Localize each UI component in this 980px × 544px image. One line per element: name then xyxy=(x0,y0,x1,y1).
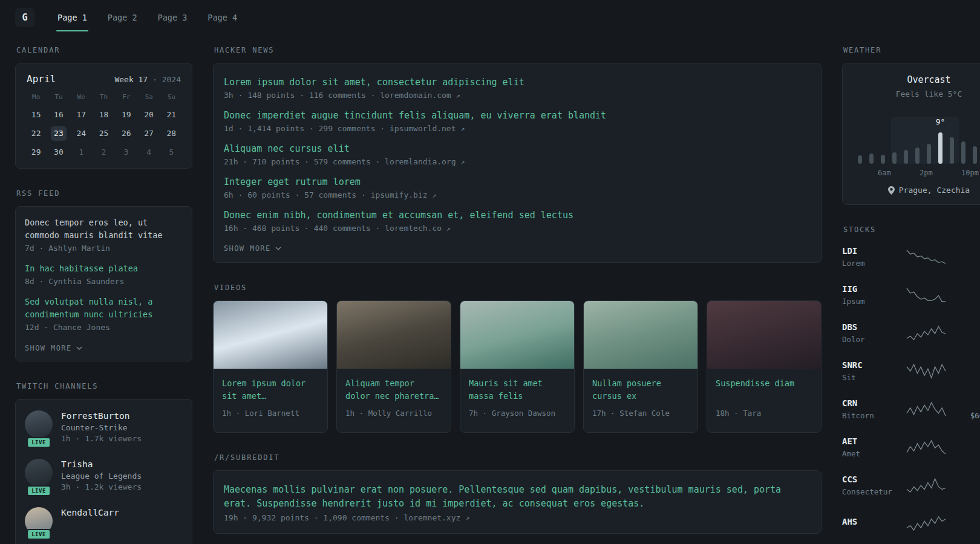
twitch-channel-name[interactable]: KendallCarr xyxy=(61,508,119,517)
video-card[interactable]: Aliquam tempor dolor nec pharetra… 1h · … xyxy=(336,300,451,433)
video-title[interactable]: Aliquam tempor dolor nec pharetra… xyxy=(345,377,442,403)
video-title[interactable]: Mauris sit amet massa felis xyxy=(469,377,566,403)
stock-symbol: IIG xyxy=(842,284,894,294)
calendar-day-today[interactable]: 23 xyxy=(51,126,67,141)
stock-row[interactable]: DBS Dolor +1.42% $156.28 xyxy=(842,319,980,347)
stock-row[interactable]: CRN Bitcorn -1.00% $66,171.48 xyxy=(842,395,980,423)
stock-symbol: AHS xyxy=(842,517,894,526)
calendar-day[interactable]: 22 xyxy=(25,126,47,141)
stock-row[interactable]: AET Amet +0.92% $499.72 xyxy=(842,433,980,461)
calendar-day[interactable]: 28 xyxy=(160,126,183,141)
hn-story-title[interactable]: Lorem ipsum dolor sit amet, consectetur … xyxy=(224,76,811,89)
hn-story-domain[interactable]: loremtech.co xyxy=(385,224,442,233)
rss-card: Donec tempor eros leo, ut commodo mauris… xyxy=(15,206,192,361)
video-title[interactable]: Nullam posuere cursus ex xyxy=(592,377,689,403)
avatar xyxy=(25,459,53,487)
nav-tab[interactable]: Page 3 xyxy=(151,4,195,31)
twitch-channel-row[interactable]: LIVE KendallCarr xyxy=(25,507,183,535)
nav-tab[interactable]: Page 4 xyxy=(200,4,244,31)
twitch-channel-name[interactable]: ForrestBurton xyxy=(61,411,142,421)
hn-story-domain[interactable]: ipsumworld.net xyxy=(390,124,456,133)
video-title[interactable]: Suspendisse diam xyxy=(716,377,812,403)
app-logo[interactable]: G xyxy=(15,8,34,27)
stock-price: $42.04 xyxy=(958,297,980,306)
hn-story-domain[interactable]: loremdomain.com xyxy=(380,91,451,100)
twitch-channel-name[interactable]: Trisha xyxy=(61,459,142,469)
hn-story-title[interactable]: Aliquam nec cursus elit xyxy=(224,142,811,156)
weather-hour-bar xyxy=(858,155,862,164)
twitch-channel-row[interactable]: LIVE Trisha League of Legends 3h · 1.2k … xyxy=(25,459,183,491)
hn-story-domain[interactable]: loremlandia.org xyxy=(385,157,456,166)
stock-values: +0.46% xyxy=(958,517,980,529)
calendar-day[interactable]: 15 xyxy=(25,108,47,122)
weather-hour-column xyxy=(904,108,908,164)
calendar-day[interactable]: 18 xyxy=(93,108,115,122)
weather-hour-bar xyxy=(904,150,908,164)
hn-story-domain[interactable]: ipsumify.biz xyxy=(371,190,428,199)
video-thumbnail xyxy=(460,301,574,369)
nav-tab[interactable]: Page 2 xyxy=(100,4,145,31)
section-title-subreddit: /R/SUBREDDIT xyxy=(214,453,822,462)
calendar-day[interactable]: 3 xyxy=(115,145,137,160)
stocks-widget: STOCKS LDI Lorem +4.35% $795.18 xyxy=(842,225,980,537)
calendar-day[interactable]: 16 xyxy=(47,108,70,122)
stock-symbol: CRN xyxy=(842,398,894,408)
stock-id: SNRC Sit xyxy=(842,360,894,382)
stock-row[interactable]: SNRC Sit +1.36% $148.64 xyxy=(842,357,980,385)
video-card[interactable]: Suspendisse diam 18h · Tara xyxy=(707,300,822,433)
stock-row[interactable]: CCS Consectetur +0.51% $165.84 xyxy=(842,471,980,499)
video-meta: 17h · Stefan Cole xyxy=(592,409,689,418)
hn-story-title[interactable]: Donec enim nibh, condimentum et accumsan… xyxy=(224,209,811,222)
video-card[interactable]: Lorem ipsum dolor sit amet consectetu… 1… xyxy=(213,300,328,433)
weather-hourly-chart: 9° xyxy=(856,108,980,164)
calendar-day[interactable]: 20 xyxy=(137,108,160,122)
subreddit-post-domain[interactable]: loremnet.xyz xyxy=(403,513,460,522)
hn-story-meta: 1d · 1,414 points · 299 comments · ipsum… xyxy=(224,124,811,133)
calendar-day[interactable]: 26 xyxy=(115,126,137,141)
video-title[interactable]: Lorem ipsum dolor sit amet consectetu… xyxy=(222,377,319,403)
rss-item-title[interactable]: Donec tempor eros leo, ut commodo mauris… xyxy=(25,216,183,242)
stock-row[interactable]: AHS +0.46% xyxy=(842,509,980,537)
hn-show-more-button[interactable]: SHOW MORE xyxy=(224,242,281,253)
stock-row[interactable]: LDI Lorem +4.35% $795.18 xyxy=(842,242,980,271)
calendar-day[interactable]: 24 xyxy=(70,126,93,141)
hn-story-stats: 1d · 1,414 points · 299 comments · xyxy=(224,124,390,133)
twitch-avatar-wrap: LIVE xyxy=(25,507,53,535)
external-link-icon: ↗ xyxy=(432,191,436,199)
weather-location[interactable]: Prague, Czechia xyxy=(852,186,980,195)
hn-story-title[interactable]: Donec imperdiet augue tincidunt felis al… xyxy=(224,109,811,123)
stock-row[interactable]: IIG Ipsum +2.84% $42.04 xyxy=(842,280,980,309)
calendar-day[interactable]: 30 xyxy=(47,145,70,160)
nav-tab[interactable]: Page 1 xyxy=(50,4,94,31)
dashboard-columns: CALENDAR April Week 17 · 2024 MoTuWeThFr… xyxy=(0,31,980,544)
calendar-day[interactable]: 29 xyxy=(25,145,47,160)
section-title-hacker-news: HACKER NEWS xyxy=(214,46,822,54)
video-card[interactable]: Mauris sit amet massa felis 7h · Grayson… xyxy=(460,300,575,433)
weather-hour-bar xyxy=(892,152,897,164)
calendar-grid: MoTuWeThFrSaSu15161718192021222324252627… xyxy=(25,92,183,160)
weather-hour-column xyxy=(950,108,954,164)
calendar-day[interactable]: 1 xyxy=(70,145,93,160)
live-badge: LIVE xyxy=(27,529,51,540)
calendar-day[interactable]: 2 xyxy=(93,145,115,160)
calendar-day[interactable]: 17 xyxy=(70,108,93,122)
video-card[interactable]: Nullam posuere cursus ex 17h · Stefan Co… xyxy=(583,300,698,433)
calendar-day[interactable]: 5 xyxy=(160,145,183,160)
hn-story-title[interactable]: Integer eget rutrum lorem xyxy=(224,175,811,189)
rss-show-more-button[interactable]: SHOW MORE xyxy=(25,342,82,352)
calendar-day[interactable]: 25 xyxy=(93,126,115,141)
stock-sparkline xyxy=(894,401,958,417)
calendar-day[interactable]: 4 xyxy=(137,145,160,160)
live-badge: LIVE xyxy=(27,485,51,496)
subreddit-post-title[interactable]: Maecenas mollis pulvinar erat non posuer… xyxy=(224,483,811,511)
calendar-day[interactable]: 21 xyxy=(160,108,183,122)
stock-name: Sit xyxy=(842,373,894,382)
calendar-day[interactable]: 19 xyxy=(115,108,137,122)
stock-change: +4.35% xyxy=(958,246,980,256)
stock-price: $66,171.48 xyxy=(958,411,980,420)
rss-item-title[interactable]: In hac habitasse platea xyxy=(25,262,183,275)
twitch-channel-row[interactable]: LIVE ForrestBurton Counter-Strike 1h · 1… xyxy=(25,410,183,443)
stock-id: AET Amet xyxy=(842,436,894,458)
rss-item-title[interactable]: Sed volutpat nulla nisl, a condimentum n… xyxy=(25,296,183,321)
calendar-day[interactable]: 27 xyxy=(137,126,160,141)
